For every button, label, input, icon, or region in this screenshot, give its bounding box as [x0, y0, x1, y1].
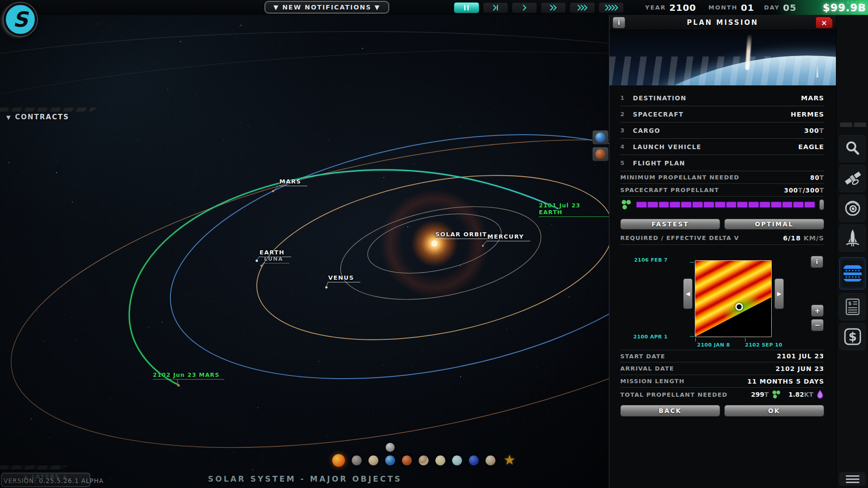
porkchop-plot[interactable]: [695, 260, 772, 337]
close-button[interactable]: ×: [816, 17, 833, 28]
porkchop-zoom-in-button[interactable]: +: [811, 305, 824, 317]
step-launch-vehicle[interactable]: 4 LAUNCH VEHICLE EAGLE: [620, 139, 824, 155]
step-flight-plan[interactable]: 5 FLIGHT PLAN: [620, 155, 824, 171]
orbit-lines: [0, 0, 610, 488]
earth-thumbnail-button[interactable]: [592, 130, 609, 145]
plus-icon: +: [815, 307, 821, 315]
sidebar-item-satellite[interactable]: [839, 165, 866, 192]
sidebar-item-rocket[interactable]: [839, 225, 866, 252]
planet-bar-item-sun[interactable]: [332, 454, 345, 467]
porkchop-section: 2106 FEB 7 2100 APR 1 2100 JAN 8 2102 SE…: [620, 249, 824, 350]
plan-mission-panel: i PLAN MISSION × 1 DESTINATION MARS 2 SP…: [609, 15, 836, 488]
planet-bar-item-neptune[interactable]: [469, 455, 479, 465]
decorative-stripe-top: [0, 108, 97, 112]
min-propellant-row: MINIMUM PROPELLANT NEEDED 80T: [620, 171, 824, 184]
decorative-stripe-bottom: [0, 465, 68, 469]
play-button[interactable]: [512, 2, 537, 13]
contracts-label: CONTRACTS: [15, 113, 69, 121]
info-button[interactable]: i: [613, 17, 625, 28]
map-label-mars[interactable]: MARS: [279, 178, 307, 186]
notifications-button[interactable]: ▼ NEW NOTIFICATIONS ▼: [264, 1, 389, 14]
porkchop-ymax-label: 2106 FEB 7: [634, 257, 668, 263]
delta-v-row: REQUIRED / EFFECTIVE DELTA V 6/18 KM/S: [620, 231, 824, 245]
map-label-venus[interactable]: VENUS: [328, 274, 360, 282]
sidebar-item-orbits[interactable]: [839, 195, 866, 222]
solar-system-map[interactable]: MARS EARTH LUNA VENUS SOLAR ORBIT MERCUR…: [0, 0, 610, 488]
step-button[interactable]: [483, 2, 508, 13]
step-icon: [491, 5, 500, 11]
body-thumbnails: [592, 130, 609, 161]
planet-bar-item-saturn[interactable]: [435, 455, 445, 465]
svg-text:$: $: [849, 330, 857, 343]
porkchop-next-button[interactable]: ▶: [774, 278, 784, 309]
speed-4-button[interactable]: [599, 2, 624, 13]
chevron-down-icon: ▼: [6, 114, 11, 121]
porkchop-zoom-out-button[interactable]: −: [811, 319, 824, 331]
porkchop-info-button[interactable]: i: [811, 256, 823, 268]
porkchop-prev-button[interactable]: ◀: [683, 278, 693, 309]
map-label-luna[interactable]: LUNA: [264, 256, 289, 263]
departure-annotation: 2101 Jul 23 EARTH: [539, 202, 610, 217]
sidebar-item-stages[interactable]: [839, 257, 866, 290]
contracts-header[interactable]: ▼CONTRACTS: [6, 113, 69, 121]
planet-bar-item-mercury[interactable]: [352, 455, 362, 465]
right-sidebar: $ $: [836, 15, 868, 488]
propellant-slider-handle[interactable]: [819, 199, 824, 210]
planet-bar-item-jupiter[interactable]: [419, 455, 429, 465]
planet-bar-item-uranus[interactable]: [452, 455, 462, 465]
sidebar-tab-2[interactable]: [854, 122, 866, 127]
speed-3-button[interactable]: [570, 2, 595, 13]
fastest-button[interactable]: FASTEST: [620, 219, 720, 230]
porkchop-xmin-label: 2100 JAN 8: [697, 342, 730, 348]
sidebar-tab-1[interactable]: [840, 122, 852, 127]
finance-report-icon: $: [844, 297, 861, 316]
planet-bar: ★: [332, 453, 517, 468]
hamburger-icon: [846, 475, 859, 477]
month-display: MONTH 01: [708, 0, 754, 15]
selected-transfer-marker[interactable]: [736, 303, 743, 311]
speed-3-icon: [576, 5, 588, 11]
map-label-solar-orbit[interactable]: SOLAR ORBIT: [435, 231, 493, 239]
satellite-icon: [844, 169, 862, 188]
sidebar-item-finance-report[interactable]: $: [839, 293, 866, 320]
game-logo[interactable]: S: [4, 3, 37, 36]
right-arrow-icon: ▶: [777, 291, 781, 297]
propellant-icon: [620, 199, 632, 211]
planet-bar-item-moon[interactable]: [386, 443, 395, 452]
panel-header: i PLAN MISSION ×: [609, 15, 836, 30]
propellant-slider[interactable]: [637, 201, 815, 208]
planet-bar-item-venus[interactable]: [368, 455, 378, 465]
step-cargo[interactable]: 3 CARGO 300T: [620, 122, 824, 139]
sidebar-item-search[interactable]: [839, 135, 866, 162]
planet-bar-item-star[interactable]: ★: [502, 453, 517, 468]
step-spacecraft[interactable]: 2 SPACECRAFT HERMES: [620, 106, 824, 122]
mars-thumbnail-button[interactable]: [592, 147, 609, 161]
back-button[interactable]: BACK: [620, 405, 720, 417]
top-bar: ▼ NEW NOTIFICATIONS ▼ YEAR 2100: [0, 0, 868, 15]
pause-button[interactable]: [454, 2, 479, 13]
minus-icon: −: [815, 321, 821, 329]
total-propellant-row: TOTAL PROPELLANT NEEDED 299T 1.82KT: [620, 388, 824, 401]
sidebar-item-currency[interactable]: $: [839, 323, 866, 350]
mars-icon: [595, 149, 605, 159]
panel-title: PLAN MISSION: [687, 19, 758, 27]
search-icon: [844, 140, 861, 157]
ok-button[interactable]: OK: [724, 405, 824, 417]
optimal-button[interactable]: OPTIMAL: [724, 219, 824, 230]
fuel-droplet-icon: [816, 389, 824, 399]
planet-bar-item-pluto[interactable]: [486, 455, 495, 465]
orbit-icon: [844, 199, 862, 217]
planet-bar-item-earth[interactable]: [385, 455, 395, 465]
porkchop-ymin-label: 2100 APR 1: [633, 334, 668, 340]
earth-icon: [595, 132, 605, 142]
propellant-icon: [771, 389, 781, 399]
map-label-mercury[interactable]: MERCURY: [487, 233, 530, 241]
planet-bar-item-mars[interactable]: [402, 455, 412, 465]
menu-button[interactable]: [839, 472, 866, 486]
craft-propellant-row: SPACECRAFT PROPELLANT 300T/300T: [620, 184, 824, 197]
speed-2-button[interactable]: [541, 2, 566, 13]
currency-icon: $: [843, 327, 862, 346]
version-text: VERSION: 0.25.5.26.1 ALPHA: [4, 477, 104, 484]
close-icon: ×: [821, 19, 827, 27]
step-destination[interactable]: 1 DESTINATION MARS: [620, 90, 824, 106]
